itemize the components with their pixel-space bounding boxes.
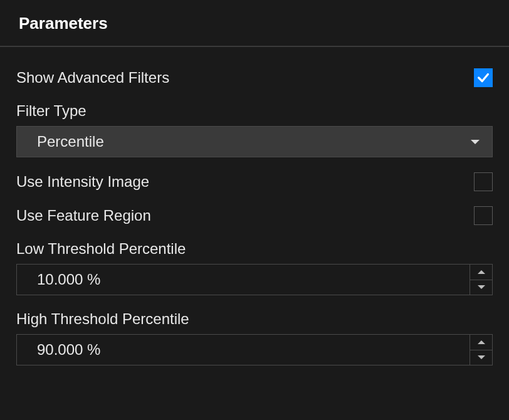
show-advanced-filters-row: Show Advanced Filters bbox=[16, 68, 493, 87]
panel-body: Show Advanced Filters Filter Type Percen… bbox=[0, 47, 509, 365]
chevron-down-icon bbox=[471, 140, 480, 144]
low-threshold-step-down[interactable] bbox=[470, 280, 492, 295]
use-feature-region-row: Use Feature Region bbox=[16, 206, 493, 225]
panel-title: Parameters bbox=[19, 14, 108, 33]
high-threshold-step-down[interactable] bbox=[470, 350, 492, 365]
filter-type-label: Filter Type bbox=[16, 102, 493, 120]
high-threshold-value: 90.000 % bbox=[17, 335, 470, 365]
use-intensity-image-label: Use Intensity Image bbox=[16, 173, 149, 191]
use-intensity-image-checkbox[interactable] bbox=[474, 172, 493, 191]
panel-header: Parameters bbox=[0, 0, 509, 47]
filter-type-select[interactable]: Percentile bbox=[16, 126, 493, 157]
filter-type-value: Percentile bbox=[37, 133, 104, 150]
high-threshold-spinbox[interactable]: 90.000 % bbox=[16, 334, 493, 365]
chevron-down-icon bbox=[478, 355, 485, 359]
chevron-up-icon bbox=[478, 340, 485, 344]
high-threshold-steppers bbox=[470, 335, 492, 365]
show-advanced-filters-checkbox[interactable] bbox=[474, 68, 493, 87]
use-feature-region-label: Use Feature Region bbox=[16, 207, 151, 224]
chevron-up-icon bbox=[478, 270, 485, 274]
low-threshold-label: Low Threshold Percentile bbox=[16, 240, 493, 258]
low-threshold-step-up[interactable] bbox=[470, 265, 492, 280]
high-threshold-step-up[interactable] bbox=[470, 335, 492, 350]
use-intensity-image-row: Use Intensity Image bbox=[16, 172, 493, 191]
show-advanced-filters-label: Show Advanced Filters bbox=[16, 69, 169, 87]
low-threshold-value: 10.000 % bbox=[17, 265, 470, 295]
parameters-panel: Parameters Show Advanced Filters Filter … bbox=[0, 0, 509, 420]
low-threshold-steppers bbox=[470, 265, 492, 295]
low-threshold-spinbox[interactable]: 10.000 % bbox=[16, 264, 493, 295]
high-threshold-label: High Threshold Percentile bbox=[16, 310, 493, 328]
check-icon bbox=[476, 71, 490, 85]
chevron-down-icon bbox=[478, 285, 485, 289]
use-feature-region-checkbox[interactable] bbox=[474, 206, 493, 225]
